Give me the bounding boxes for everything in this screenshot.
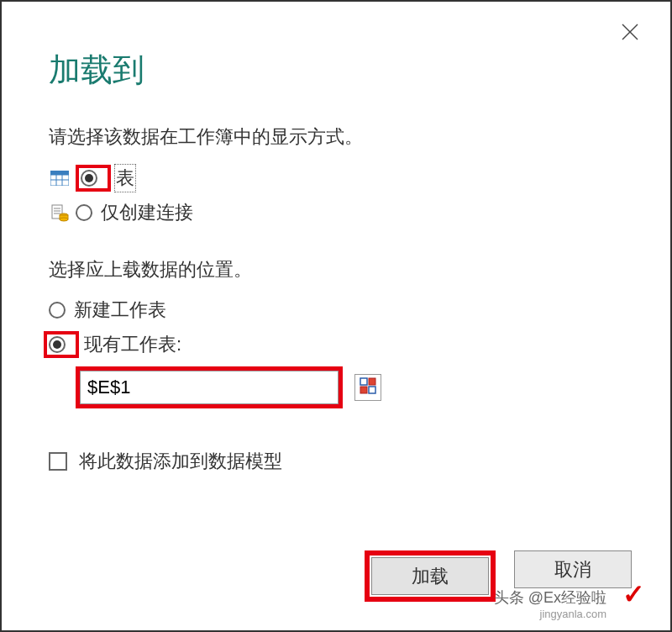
load-location-prompt: 选择应上载数据的位置。 <box>49 257 623 282</box>
checkbox-data-model[interactable] <box>49 452 67 471</box>
close-button[interactable] <box>613 17 647 50</box>
table-icon <box>49 169 71 187</box>
option-table-label: 表 <box>116 166 134 191</box>
svg-rect-16 <box>360 387 367 393</box>
watermark-line2: jingyanla.com <box>494 608 606 620</box>
option-existing-sheet-label: 现有工作表: <box>84 332 181 357</box>
add-to-data-model-row[interactable]: 将此数据添加到数据模型 <box>49 449 623 474</box>
checkbox-data-model-label: 将此数据添加到数据模型 <box>79 449 282 474</box>
radio-existing-sheet[interactable] <box>49 336 66 353</box>
radio-connection-only[interactable] <box>76 204 92 221</box>
connection-icon <box>49 203 71 222</box>
radio-table[interactable] <box>81 170 97 187</box>
option-table-row[interactable]: 表 <box>49 165 623 192</box>
close-icon <box>621 20 639 47</box>
svg-rect-2 <box>50 171 69 175</box>
load-button[interactable]: 加载 <box>371 557 489 595</box>
cancel-button[interactable]: 取消 <box>514 550 632 588</box>
svg-rect-14 <box>360 378 367 385</box>
display-mode-prompt: 请选择该数据在工作簿中的显示方式。 <box>49 124 623 150</box>
cancel-button-label: 取消 <box>554 557 591 582</box>
range-picker-button[interactable] <box>354 374 381 401</box>
option-new-sheet-row[interactable]: 新建工作表 <box>49 298 623 323</box>
svg-point-13 <box>60 218 68 221</box>
cell-reference-input[interactable] <box>80 371 339 404</box>
watermark: 头条 @Ex经验啦 jingyanla.com <box>494 587 606 620</box>
option-connection-label: 仅创建连接 <box>101 200 193 225</box>
option-connection-row[interactable]: 仅创建连接 <box>49 200 623 225</box>
range-picker-icon <box>360 377 376 398</box>
load-button-label: 加载 <box>412 564 449 589</box>
checkmark-logo-icon: ✓ <box>622 578 645 610</box>
watermark-line1: 头条 @Ex经验啦 <box>494 587 606 608</box>
option-new-sheet-label: 新建工作表 <box>74 298 166 323</box>
svg-rect-17 <box>369 387 375 393</box>
load-to-dialog: 加载到 请选择该数据在工作簿中的显示方式。 表 <box>7 7 665 625</box>
dialog-title: 加载到 <box>49 49 144 92</box>
radio-new-sheet[interactable] <box>49 302 66 319</box>
svg-rect-15 <box>369 378 375 385</box>
option-existing-sheet-row[interactable]: 现有工作表: <box>44 331 623 358</box>
